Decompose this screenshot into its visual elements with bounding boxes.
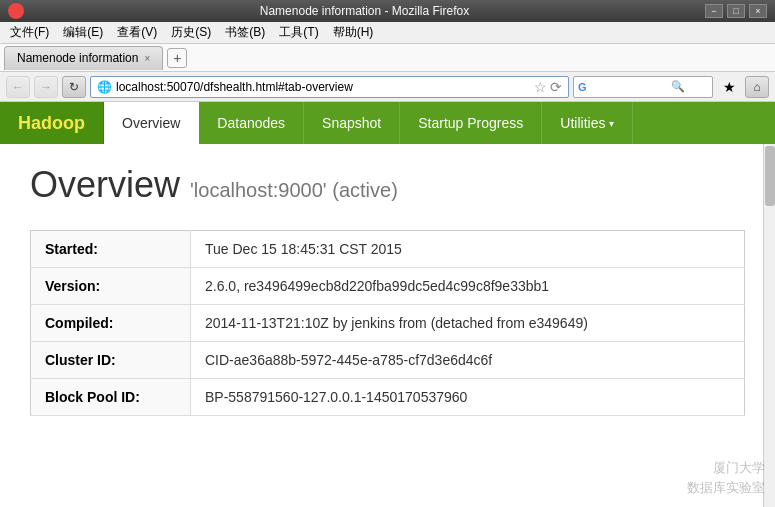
address-icons: ☆ ⟳ (534, 79, 562, 95)
value-started: Tue Dec 15 18:45:31 CST 2015 (191, 231, 745, 268)
hadoop-logo: Hadoop (0, 102, 104, 144)
label-version: Version: (31, 268, 191, 305)
label-started: Started: (31, 231, 191, 268)
label-cluster-id: Cluster ID: (31, 342, 191, 379)
table-row: Cluster ID: CID-ae36a88b-5972-445e-a785-… (31, 342, 745, 379)
reload-icon[interactable]: ⟳ (550, 79, 562, 95)
value-version: 2.6.0, re3496499ecb8d220fba99dc5ed4c99c8… (191, 268, 745, 305)
new-tab-button[interactable]: + (167, 48, 187, 68)
page-subtitle: 'localhost:9000' (active) (190, 179, 398, 201)
nav-datanodes[interactable]: Datanodes (199, 102, 304, 144)
nav-overview[interactable]: Overview (104, 102, 199, 144)
hadoop-navbar: Hadoop Overview Datanodes Snapshot Start… (0, 102, 775, 144)
minimize-button[interactable]: − (705, 4, 723, 18)
tab-label: Namenode information (17, 51, 138, 65)
value-cluster-id: CID-ae36a88b-5972-445e-a785-cf7d3e6d4c6f (191, 342, 745, 379)
star-icon[interactable]: ☆ (534, 79, 547, 95)
menu-view[interactable]: 查看(V) (111, 22, 163, 43)
table-row: Started: Tue Dec 15 18:45:31 CST 2015 (31, 231, 745, 268)
tabbar: Namenode information × + (0, 44, 775, 72)
titlebar-left (8, 3, 24, 19)
forward-button[interactable]: → (34, 76, 58, 98)
nav-snapshot[interactable]: Snapshot (304, 102, 400, 144)
bookmark-button[interactable]: ★ (717, 76, 741, 98)
google-logo: G (578, 81, 587, 93)
tab-namenode[interactable]: Namenode information × (4, 46, 163, 70)
menu-edit[interactable]: 编辑(E) (57, 22, 109, 43)
scroll-thumb[interactable] (765, 146, 775, 206)
addressbar: ← → ↻ 🌐 localhost:50070/dfshealth.html#t… (0, 72, 775, 102)
search-icon[interactable]: 🔍 (671, 80, 685, 93)
home-button[interactable]: ⌂ (745, 76, 769, 98)
menu-help[interactable]: 帮助(H) (327, 22, 380, 43)
firefox-logo (8, 3, 24, 19)
search-box[interactable]: G 🔍 (573, 76, 713, 98)
menu-tools[interactable]: 工具(T) (273, 22, 324, 43)
table-row: Compiled: 2014-11-13T21:10Z by jenkins f… (31, 305, 745, 342)
refresh-button[interactable]: ↻ (62, 76, 86, 98)
value-block-pool-id: BP-558791560-127.0.0.1-1450170537960 (191, 379, 745, 416)
titlebar-title: Namenode information - Mozilla Firefox (24, 4, 705, 18)
nav-startup-progress[interactable]: Startup Progress (400, 102, 542, 144)
menu-bookmarks[interactable]: 书签(B) (219, 22, 271, 43)
main-content: Overview 'localhost:9000' (active) Start… (0, 144, 775, 507)
label-compiled: Compiled: (31, 305, 191, 342)
info-table: Started: Tue Dec 15 18:45:31 CST 2015 Ve… (30, 230, 745, 416)
titlebar-controls[interactable]: − □ × (705, 4, 767, 18)
scrollbar[interactable] (763, 144, 775, 507)
table-row: Version: 2.6.0, re3496499ecb8d220fba99dc… (31, 268, 745, 305)
table-row: Block Pool ID: BP-558791560-127.0.0.1-14… (31, 379, 745, 416)
nav-items: Overview Datanodes Snapshot Startup Prog… (104, 102, 633, 144)
search-input[interactable] (589, 81, 669, 93)
menu-file[interactable]: 文件(F) (4, 22, 55, 43)
page-title: Overview 'localhost:9000' (active) (30, 164, 745, 206)
nav-utilities[interactable]: Utilities ▾ (542, 102, 633, 144)
menu-history[interactable]: 历史(S) (165, 22, 217, 43)
address-bar[interactable]: 🌐 localhost:50070/dfshealth.html#tab-ove… (90, 76, 569, 98)
tab-close-button[interactable]: × (144, 53, 150, 64)
dropdown-arrow-icon: ▾ (609, 118, 614, 129)
maximize-button[interactable]: □ (727, 4, 745, 18)
close-button[interactable]: × (749, 4, 767, 18)
page-icon: 🌐 (97, 80, 112, 94)
back-button[interactable]: ← (6, 76, 30, 98)
url-text: localhost:50070/dfshealth.html#tab-overv… (116, 80, 530, 94)
label-block-pool-id: Block Pool ID: (31, 379, 191, 416)
menubar: 文件(F) 编辑(E) 查看(V) 历史(S) 书签(B) 工具(T) 帮助(H… (0, 22, 775, 44)
value-compiled: 2014-11-13T21:10Z by jenkins from (detac… (191, 305, 745, 342)
titlebar: Namenode information - Mozilla Firefox −… (0, 0, 775, 22)
